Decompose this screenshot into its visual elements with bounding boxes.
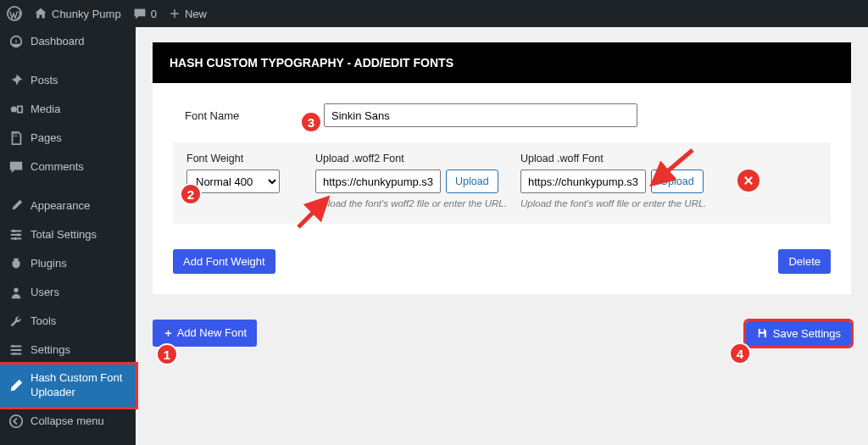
plus-icon: ＋ <box>163 326 177 339</box>
pin-icon <box>8 73 24 88</box>
svg-point-4 <box>14 237 17 241</box>
save-settings-button[interactable]: Save Settings <box>746 321 851 346</box>
font-name-label: Font Name <box>185 109 287 122</box>
sidebar-item-label: Pages <box>31 131 62 146</box>
sidebar-item-label: Hash Custom Font Uploader <box>31 371 127 400</box>
sidebar-item-label: Posts <box>31 74 58 88</box>
sidebar-item-appearance[interactable]: Appearance <box>0 192 136 220</box>
panel-title: HASH CUSTOM TYPOGRAPHY - ADD/EDIT FONTS <box>153 42 851 83</box>
collapse-label: Collapse menu <box>31 414 104 427</box>
brush-icon <box>8 198 24 214</box>
svg-rect-10 <box>760 329 764 332</box>
svg-point-9 <box>10 415 22 427</box>
woff-url-input[interactable] <box>520 170 646 193</box>
site-name: Chunky Pump <box>52 8 121 20</box>
svg-point-1 <box>11 106 17 112</box>
svg-point-2 <box>13 230 16 233</box>
new-label: New <box>185 8 207 20</box>
comments-count: 0 <box>151 8 157 20</box>
woff-upload-button[interactable]: Upload <box>651 170 704 193</box>
sidebar-item-users[interactable]: Users <box>0 278 136 307</box>
page-icon <box>8 131 24 146</box>
sidebar-item-hash-font-uploader[interactable]: Hash Custom Font Uploader <box>0 364 136 407</box>
delete-font-button[interactable]: Delete <box>778 249 831 274</box>
close-icon <box>743 175 754 186</box>
panel-body: Font Name Font Weight Normal 400 Upload … <box>153 83 851 294</box>
font-weight-label: Font Weight <box>186 153 305 164</box>
pencil-icon <box>8 378 24 393</box>
sidebar-item-label: Settings <box>31 343 70 358</box>
annotation-marker-1: 1 <box>156 343 178 365</box>
sidebar-item-plugins[interactable]: Plugins <box>0 249 136 278</box>
sidebar-item-total-settings[interactable]: Total Settings <box>0 220 136 249</box>
sidebar-item-label: Total Settings <box>31 228 97 242</box>
woff2-url-input[interactable] <box>315 170 441 193</box>
font-weight-row: Font Weight Normal 400 Upload .woff2 Fon… <box>173 142 831 224</box>
media-icon <box>8 102 24 117</box>
svg-point-6 <box>12 345 14 348</box>
save-label: Save Settings <box>773 327 841 340</box>
gear-icon <box>8 342 24 358</box>
woff-label: Upload .woff Font <box>520 153 715 164</box>
plug-icon <box>8 256 24 271</box>
annotation-marker-2: 2 <box>180 183 202 205</box>
sidebar-item-settings[interactable]: Settings <box>0 336 136 364</box>
wrench-icon <box>8 314 24 329</box>
svg-point-8 <box>14 353 16 355</box>
svg-rect-11 <box>760 334 765 337</box>
sidebar-item-label: Users <box>31 286 59 300</box>
remove-weight-button[interactable] <box>737 170 760 192</box>
woff2-label: Upload .woff2 Font <box>315 153 510 164</box>
annotation-marker-4: 4 <box>729 342 751 364</box>
wp-logo[interactable] <box>7 6 22 21</box>
svg-point-5 <box>14 288 18 292</box>
svg-point-3 <box>17 233 20 236</box>
user-icon <box>8 285 24 300</box>
add-font-weight-button[interactable]: Add Font Weight <box>173 249 275 274</box>
collapse-menu[interactable]: Collapse menu <box>0 407 136 436</box>
sidebar-item-label: Comments <box>31 160 84 175</box>
font-name-input[interactable] <box>324 103 637 127</box>
sidebar-item-label: Plugins <box>31 257 67 271</box>
sidebar-item-label: Appearance <box>31 199 90 214</box>
collapse-icon <box>8 414 24 429</box>
woff2-upload-button[interactable]: Upload <box>446 170 498 193</box>
sidebar-item-tools[interactable]: Tools <box>0 307 136 336</box>
add-font-label: Add New Font <box>177 326 247 339</box>
woff-help-text: Upload the font's woff file or enter the… <box>520 198 715 209</box>
svg-point-7 <box>18 349 20 352</box>
site-home-link[interactable]: Chunky Pump <box>34 7 121 20</box>
sidebar-item-label: Tools <box>31 314 56 329</box>
comment-icon <box>8 159 24 175</box>
sidebar-item-dashboard[interactable]: Dashboard <box>0 27 136 56</box>
sidebar-item-comments[interactable]: Comments <box>0 153 136 181</box>
admin-sidebar: Dashboard Posts Media Pages Comments App… <box>0 27 136 445</box>
save-icon <box>756 327 768 339</box>
new-content-link[interactable]: New <box>169 8 207 20</box>
sidebar-item-label: Dashboard <box>31 35 85 49</box>
annotation-marker-3: 3 <box>300 111 322 133</box>
woff2-help-text: Upload the font's woff2 file or enter th… <box>315 198 510 209</box>
sidebar-item-posts[interactable]: Posts <box>0 66 136 95</box>
content-area: HASH CUSTOM TYPOGRAPHY - ADD/EDIT FONTS … <box>136 27 868 445</box>
comments-link[interactable]: 0 <box>133 7 157 20</box>
sidebar-item-pages[interactable]: Pages <box>0 124 136 153</box>
sidebar-item-label: Media <box>31 103 60 117</box>
dashboard-icon <box>8 34 24 49</box>
sidebar-item-media[interactable]: Media <box>0 95 136 124</box>
sliders-icon <box>8 227 24 242</box>
admin-bar: Chunky Pump 0 New <box>0 0 868 27</box>
